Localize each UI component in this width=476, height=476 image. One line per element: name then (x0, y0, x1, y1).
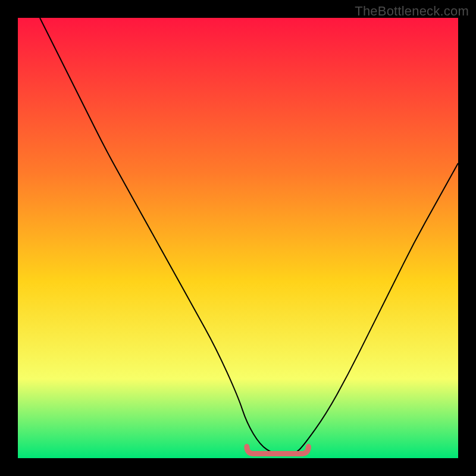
plot-area (18, 18, 458, 458)
chart-frame: TheBottleneck.com (0, 0, 476, 476)
gradient-background (18, 18, 458, 458)
watermark-text: TheBottleneck.com (355, 4, 469, 19)
bottleneck-chart (18, 18, 458, 458)
